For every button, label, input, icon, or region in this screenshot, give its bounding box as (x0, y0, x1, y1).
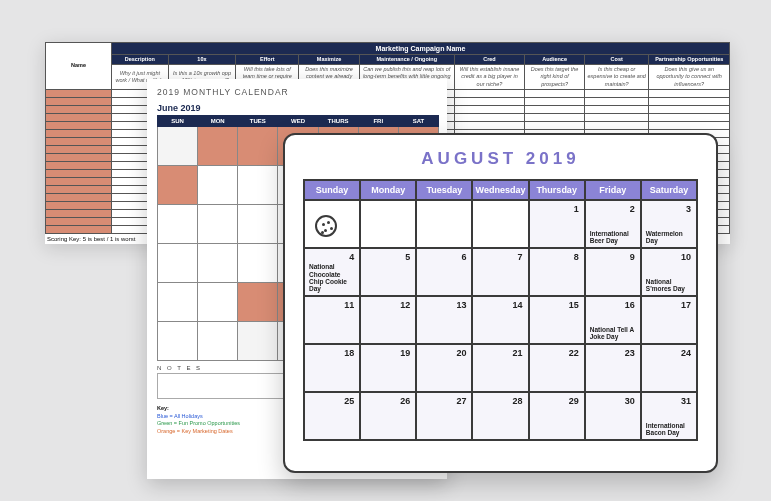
card-cell: 15 (529, 296, 585, 344)
sheet-col-header: Cred (454, 55, 524, 65)
monthly-cell (158, 127, 198, 166)
card-cell: 14 (472, 296, 528, 344)
card-day-header: Monday (360, 180, 416, 200)
monthly-day-header: SAT (398, 116, 438, 127)
sheet-col-subheader: Is this cheap or expensive to create and… (585, 65, 649, 89)
sheet-name-cell (46, 169, 112, 177)
sheet-cell (585, 89, 649, 97)
sheet-cell (649, 121, 730, 129)
card-cell: 28 (472, 392, 528, 440)
card-cell: 13 (416, 296, 472, 344)
date-number: 7 (518, 252, 523, 262)
sheet-name-cell (46, 193, 112, 201)
sheet-name-cell (46, 209, 112, 217)
card-cell: 31International Bacon Day (641, 392, 697, 440)
monthly-day-header: TUES (238, 116, 278, 127)
monthly-cell (158, 283, 198, 322)
event-label: National Tell A Joke Day (590, 326, 636, 340)
date-number: 18 (344, 348, 354, 358)
event-label: National S'mores Day (646, 278, 692, 292)
card-cell: 23 (585, 344, 641, 392)
monthly-cell (198, 283, 238, 322)
event-label: Watermelon Day (646, 230, 692, 244)
card-cell: 24 (641, 344, 697, 392)
date-number: 12 (400, 300, 410, 310)
card-day-header: Tuesday (416, 180, 472, 200)
date-number: 28 (513, 396, 523, 406)
card-cell: 26 (360, 392, 416, 440)
sheet-col-subheader: Does this give us an opportunity to conn… (649, 65, 730, 89)
cookie-icon (315, 215, 337, 237)
date-number: 31 (681, 396, 691, 406)
card-cell: 21 (472, 344, 528, 392)
card-cell: 16National Tell A Joke Day (585, 296, 641, 344)
monthly-day-header: THURS (318, 116, 358, 127)
monthly-cell (198, 244, 238, 283)
sheet-cell (454, 121, 524, 129)
event-label: International Bacon Day (646, 422, 692, 436)
date-number: 5 (405, 252, 410, 262)
card-cell: 6 (416, 248, 472, 296)
date-number: 6 (461, 252, 466, 262)
sheet-name-cell (46, 153, 112, 161)
monthly-day-header: MON (198, 116, 238, 127)
date-number: 27 (456, 396, 466, 406)
monthly-day-header: WED (278, 116, 318, 127)
name-header: Name (46, 43, 112, 90)
event-label: International Beer Day (590, 230, 636, 244)
card-cell (416, 200, 472, 248)
monthly-day-header: FRI (358, 116, 398, 127)
card-cell (472, 200, 528, 248)
card-cell (304, 200, 360, 248)
sheet-col-header: Partnership Opportunities (649, 55, 730, 65)
date-number: 13 (456, 300, 466, 310)
sheet-name-cell (46, 145, 112, 153)
sheet-col-subheader: Does this target the right kind of prosp… (525, 65, 585, 89)
monthly-title: 2019 MONTHLY CALENDAR (157, 87, 439, 97)
card-cell: 9 (585, 248, 641, 296)
monthly-month: June 2019 (157, 103, 439, 113)
card-cell: 17 (641, 296, 697, 344)
date-number: 16 (625, 300, 635, 310)
card-cell: 1 (529, 200, 585, 248)
card-cell: 29 (529, 392, 585, 440)
sheet-col-header: Effort (236, 55, 299, 65)
monthly-cell (158, 205, 198, 244)
sheet-name-cell (46, 105, 112, 113)
sheet-cell (649, 113, 730, 121)
card-cell: 2International Beer Day (585, 200, 641, 248)
card-cell: 22 (529, 344, 585, 392)
monthly-cell (198, 205, 238, 244)
monthly-cell (198, 322, 238, 361)
sheet-name-cell (46, 137, 112, 145)
card-cell (360, 200, 416, 248)
date-number: 23 (625, 348, 635, 358)
card-cell: 5 (360, 248, 416, 296)
sheet-cell (454, 97, 524, 105)
sheet-cell (585, 105, 649, 113)
date-number: 21 (513, 348, 523, 358)
sheet-cell (585, 121, 649, 129)
card-day-header: Wednesday (472, 180, 528, 200)
card-day-header: Saturday (641, 180, 697, 200)
sheet-cell (525, 89, 585, 97)
sheet-cell (525, 121, 585, 129)
card-cell: 25 (304, 392, 360, 440)
date-number: 3 (686, 204, 691, 214)
card-cell: 30 (585, 392, 641, 440)
monthly-cell (198, 127, 238, 166)
event-label: National Chocolate Chip Cookie Day (309, 263, 355, 292)
monthly-day-header: SUN (158, 116, 198, 127)
sheet-name-cell (46, 201, 112, 209)
date-number: 14 (513, 300, 523, 310)
sheet-col-subheader: Will this establish insane credit as a b… (454, 65, 524, 89)
card-cell: 10National S'mores Day (641, 248, 697, 296)
date-number: 30 (625, 396, 635, 406)
sheet-cell (525, 105, 585, 113)
monthly-cell (238, 205, 278, 244)
date-number: 15 (569, 300, 579, 310)
card-cell: 4National Chocolate Chip Cookie Day (304, 248, 360, 296)
monthly-cell (238, 283, 278, 322)
date-number: 19 (400, 348, 410, 358)
sheet-name-cell (46, 121, 112, 129)
